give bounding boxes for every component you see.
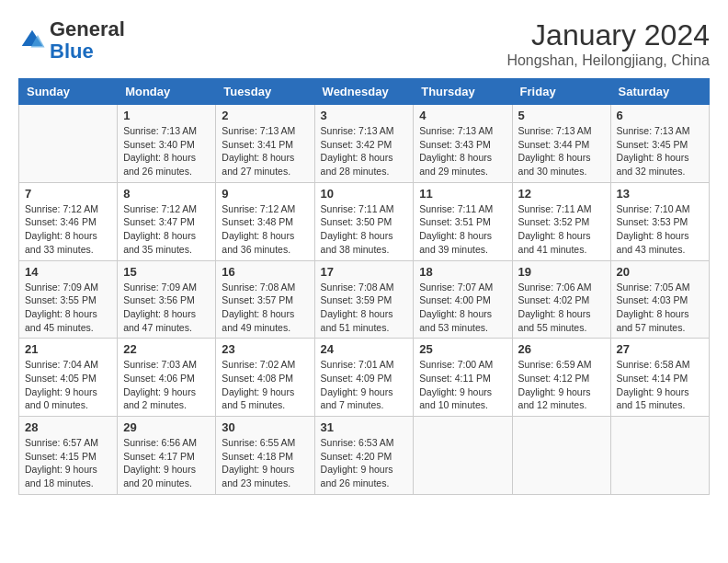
month-title: January 2024 [506,18,710,52]
calendar-cell: 12Sunrise: 7:11 AM Sunset: 3:52 PM Dayli… [512,182,610,260]
day-number: 19 [518,265,605,279]
day-number: 9 [222,187,308,201]
calendar-header-row: SundayMondayTuesdayWednesdayThursdayFrid… [19,79,710,105]
day-number: 20 [617,265,703,279]
column-header-sunday: Sunday [19,79,118,105]
calendar-week-row: 28Sunrise: 6:57 AM Sunset: 4:15 PM Dayli… [19,417,710,495]
day-info: Sunrise: 7:12 AM Sunset: 3:47 PM Dayligh… [123,202,210,257]
calendar-cell: 30Sunrise: 6:55 AM Sunset: 4:18 PM Dayli… [216,417,314,495]
calendar-body: 1Sunrise: 7:13 AM Sunset: 3:40 PM Daylig… [19,105,710,495]
day-number: 24 [321,342,408,356]
calendar-week-row: 7Sunrise: 7:12 AM Sunset: 3:46 PM Daylig… [19,182,710,260]
day-number: 3 [321,109,408,122]
column-header-saturday: Saturday [610,79,709,105]
day-number: 4 [419,109,506,122]
day-info: Sunrise: 7:13 AM Sunset: 3:41 PM Dayligh… [222,124,308,178]
page-header: General Blue January 2024 Hongshan, Heil… [18,18,710,69]
day-number: 10 [321,187,408,201]
day-number: 17 [321,265,408,279]
day-info: Sunrise: 6:57 AM Sunset: 4:15 PM Dayligh… [25,436,111,490]
calendar-cell [414,417,512,495]
column-header-tuesday: Tuesday [216,79,314,105]
day-number: 31 [321,420,408,434]
day-number: 13 [617,187,703,201]
day-info: Sunrise: 6:55 AM Sunset: 4:18 PM Dayligh… [222,436,308,490]
day-info: Sunrise: 7:10 AM Sunset: 3:53 PM Dayligh… [617,202,703,257]
day-info: Sunrise: 7:05 AM Sunset: 4:03 PM Dayligh… [617,281,703,335]
day-number: 2 [222,109,308,122]
calendar-cell: 14Sunrise: 7:09 AM Sunset: 3:55 PM Dayli… [19,260,118,339]
calendar-cell: 5Sunrise: 7:13 AM Sunset: 3:44 PM Daylig… [512,105,610,183]
calendar-cell: 6Sunrise: 7:13 AM Sunset: 3:45 PM Daylig… [610,105,709,183]
calendar-cell: 1Sunrise: 7:13 AM Sunset: 3:40 PM Daylig… [118,105,216,183]
calendar-cell: 13Sunrise: 7:10 AM Sunset: 3:53 PM Dayli… [610,182,709,260]
day-number: 7 [25,187,111,201]
column-header-friday: Friday [512,79,610,105]
logo-icon [18,27,46,54]
calendar-cell: 16Sunrise: 7:08 AM Sunset: 3:57 PM Dayli… [216,260,314,339]
calendar-week-row: 14Sunrise: 7:09 AM Sunset: 3:55 PM Dayli… [19,260,710,339]
day-info: Sunrise: 7:13 AM Sunset: 3:44 PM Dayligh… [518,124,605,178]
calendar-cell: 8Sunrise: 7:12 AM Sunset: 3:47 PM Daylig… [118,182,216,260]
day-number: 28 [25,420,111,434]
calendar-cell: 7Sunrise: 7:12 AM Sunset: 3:46 PM Daylig… [19,182,118,260]
calendar-cell: 21Sunrise: 7:04 AM Sunset: 4:05 PM Dayli… [19,339,118,417]
day-number: 14 [25,265,111,279]
calendar-cell: 31Sunrise: 6:53 AM Sunset: 4:20 PM Dayli… [314,417,414,495]
day-info: Sunrise: 7:06 AM Sunset: 4:02 PM Dayligh… [518,281,605,335]
day-info: Sunrise: 7:07 AM Sunset: 4:00 PM Dayligh… [419,281,506,335]
day-number: 8 [123,187,210,201]
day-info: Sunrise: 7:08 AM Sunset: 3:57 PM Dayligh… [222,281,308,335]
day-number: 5 [518,109,605,122]
calendar-cell: 2Sunrise: 7:13 AM Sunset: 3:41 PM Daylig… [216,105,314,183]
calendar-week-row: 21Sunrise: 7:04 AM Sunset: 4:05 PM Dayli… [19,339,710,417]
day-info: Sunrise: 7:02 AM Sunset: 4:08 PM Dayligh… [222,358,308,412]
calendar-cell: 10Sunrise: 7:11 AM Sunset: 3:50 PM Dayli… [314,182,414,260]
day-info: Sunrise: 7:01 AM Sunset: 4:09 PM Dayligh… [321,358,408,412]
calendar-cell: 17Sunrise: 7:08 AM Sunset: 3:59 PM Dayli… [314,260,414,339]
column-header-thursday: Thursday [414,79,512,105]
day-info: Sunrise: 7:13 AM Sunset: 3:45 PM Dayligh… [617,124,703,178]
day-info: Sunrise: 7:12 AM Sunset: 3:48 PM Dayligh… [222,202,308,257]
logo: General Blue [18,18,125,63]
calendar-cell [512,417,610,495]
calendar-cell: 24Sunrise: 7:01 AM Sunset: 4:09 PM Dayli… [314,339,414,417]
day-number: 29 [123,420,210,434]
day-number: 16 [222,265,308,279]
day-number: 12 [518,187,605,201]
day-number: 25 [419,342,506,356]
calendar-table: SundayMondayTuesdayWednesdayThursdayFrid… [18,78,710,495]
calendar-cell: 4Sunrise: 7:13 AM Sunset: 3:43 PM Daylig… [414,105,512,183]
day-info: Sunrise: 6:53 AM Sunset: 4:20 PM Dayligh… [321,436,408,490]
day-info: Sunrise: 7:11 AM Sunset: 3:52 PM Dayligh… [518,202,605,257]
location-subtitle: Hongshan, Heilongjiang, China [506,52,710,69]
calendar-cell: 22Sunrise: 7:03 AM Sunset: 4:06 PM Dayli… [118,339,216,417]
day-number: 15 [123,265,210,279]
day-number: 23 [222,342,308,356]
day-number: 22 [123,342,210,356]
day-number: 18 [419,265,506,279]
day-number: 21 [25,342,111,356]
day-number: 1 [123,109,210,122]
day-number: 30 [222,420,308,434]
calendar-cell: 15Sunrise: 7:09 AM Sunset: 3:56 PM Dayli… [118,260,216,339]
column-header-monday: Monday [118,79,216,105]
day-number: 6 [617,109,703,122]
calendar-cell: 27Sunrise: 6:58 AM Sunset: 4:14 PM Dayli… [610,339,709,417]
logo-text: General Blue [50,18,125,63]
calendar-cell [610,417,709,495]
calendar-cell: 29Sunrise: 6:56 AM Sunset: 4:17 PM Dayli… [118,417,216,495]
day-info: Sunrise: 7:11 AM Sunset: 3:51 PM Dayligh… [419,202,506,257]
day-info: Sunrise: 7:13 AM Sunset: 3:40 PM Dayligh… [123,124,210,178]
day-info: Sunrise: 7:03 AM Sunset: 4:06 PM Dayligh… [123,358,210,412]
day-info: Sunrise: 7:12 AM Sunset: 3:46 PM Dayligh… [25,202,111,257]
day-info: Sunrise: 7:00 AM Sunset: 4:11 PM Dayligh… [419,358,506,412]
day-info: Sunrise: 7:04 AM Sunset: 4:05 PM Dayligh… [25,358,111,412]
day-number: 11 [419,187,506,201]
day-info: Sunrise: 7:08 AM Sunset: 3:59 PM Dayligh… [321,281,408,335]
calendar-cell [19,105,118,183]
calendar-cell: 20Sunrise: 7:05 AM Sunset: 4:03 PM Dayli… [610,260,709,339]
day-info: Sunrise: 6:58 AM Sunset: 4:14 PM Dayligh… [617,358,703,412]
calendar-cell: 28Sunrise: 6:57 AM Sunset: 4:15 PM Dayli… [19,417,118,495]
day-number: 27 [617,342,703,356]
